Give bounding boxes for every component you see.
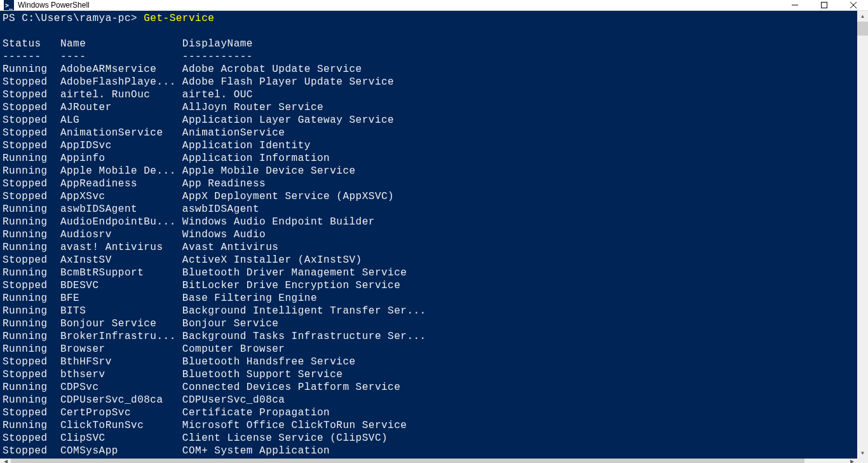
window-title: Windows PowerShell bbox=[18, 1, 780, 10]
vertical-scroll-thumb[interactable] bbox=[857, 22, 868, 36]
scroll-up-arrow[interactable]: ▲ bbox=[857, 11, 868, 22]
powershell-icon-glyph: >_ bbox=[5, 2, 13, 9]
scroll-right-arrow[interactable]: ▶ bbox=[846, 459, 857, 463]
terminal-output[interactable]: PS C:\Users\ramya-pc> Get-Service Status… bbox=[0, 11, 857, 459]
terminal-area: PS C:\Users\ramya-pc> Get-Service Status… bbox=[0, 11, 868, 459]
scroll-left-arrow[interactable]: ◀ bbox=[0, 459, 11, 463]
svg-rect-1 bbox=[822, 3, 827, 8]
scroll-down-arrow[interactable]: ▼ bbox=[857, 448, 868, 459]
window-titlebar: >_ Windows PowerShell bbox=[0, 0, 868, 11]
powershell-icon: >_ bbox=[4, 0, 14, 10]
vertical-scrollbar[interactable]: ▲ ▼ bbox=[857, 11, 868, 459]
horizontal-scrollbar[interactable]: ◀ ▶ bbox=[0, 459, 868, 463]
minimize-button[interactable] bbox=[780, 0, 810, 10]
scrollbar-corner bbox=[857, 459, 868, 463]
maximize-button[interactable] bbox=[810, 0, 839, 10]
vertical-scroll-track[interactable] bbox=[857, 22, 868, 448]
close-button[interactable] bbox=[839, 0, 868, 10]
window-controls bbox=[780, 0, 868, 10]
horizontal-scroll-thumb[interactable] bbox=[11, 459, 804, 463]
horizontal-scroll-track[interactable] bbox=[11, 459, 846, 463]
